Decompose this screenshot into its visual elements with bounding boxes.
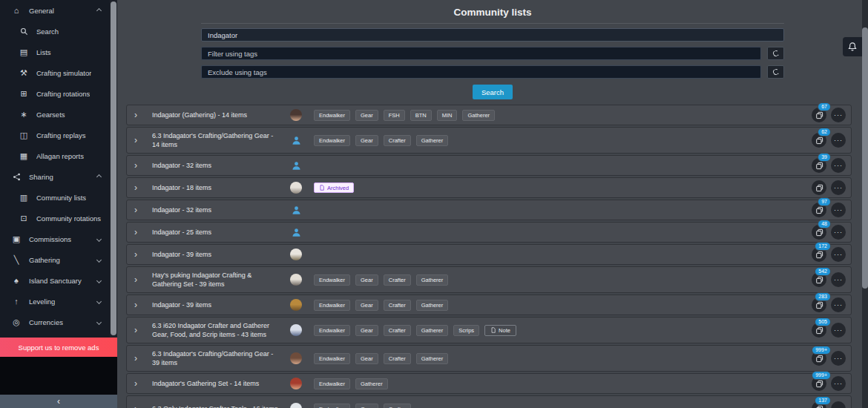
list-row[interactable]: › Indagator - 32 items 97 ··· <box>126 200 852 220</box>
sidebar-item-currencies[interactable]: ◎ Currencies <box>0 312 110 332</box>
import-list-button[interactable]: 97 <box>812 203 826 217</box>
exclude-tags-select[interactable] <box>201 65 761 79</box>
notifications-button[interactable] <box>843 37 862 56</box>
page-title: Community lists <box>201 6 784 19</box>
more-options-button[interactable]: ··· <box>831 180 846 195</box>
sidebar-item-leveling[interactable]: ↑ Leveling <box>0 291 110 312</box>
expand-chevron-icon[interactable]: › <box>134 378 146 389</box>
user-icon <box>292 228 301 237</box>
expand-chevron-icon[interactable]: › <box>134 227 146 237</box>
import-list-button[interactable]: 999+ <box>812 351 826 366</box>
row-actions: 97 ··· <box>812 203 846 217</box>
row-actions: 39 ··· <box>812 158 846 173</box>
import-count-badge: 62 <box>818 128 831 136</box>
more-options-button[interactable]: ··· <box>831 351 846 366</box>
list-title: Indagator - 32 items <box>152 161 280 170</box>
commissions-icon: ▣ <box>10 234 22 244</box>
more-options-button[interactable]: ··· <box>831 108 846 122</box>
tag: Gear <box>355 353 378 364</box>
tag: Crafter <box>384 274 411 286</box>
import-list-button[interactable]: 283 <box>812 297 826 312</box>
refresh-exclude-tags-button[interactable] <box>767 65 784 79</box>
import-list-button[interactable] <box>812 180 826 195</box>
list-row[interactable]: › Indagator - 39 items Endwalker Gear Cr… <box>126 295 852 315</box>
refresh-filter-tags-button[interactable] <box>767 47 784 60</box>
list-row[interactable]: › 6.3 Indagator's Crafting/Gathering Gea… <box>126 127 852 154</box>
sidebar-item-crafting-simulator[interactable]: ⚒ Crafting simulator <box>0 62 110 83</box>
list-row[interactable]: › Indagator (Gathering) - 14 items Endwa… <box>126 105 852 125</box>
expand-chevron-icon[interactable]: › <box>134 160 146 171</box>
import-list-button[interactable]: 137 <box>812 401 826 408</box>
expand-chevron-icon[interactable]: › <box>134 182 146 193</box>
more-options-button[interactable]: ··· <box>831 297 846 312</box>
list-row[interactable]: › Indagator's Gathering Set - 14 items E… <box>126 373 852 394</box>
list-row[interactable]: › Hay's puking Indagator Crafting & Gath… <box>126 266 852 293</box>
expand-chevron-icon[interactable]: › <box>134 249 146 260</box>
import-list-button[interactable]: 39 <box>812 158 826 173</box>
tag: Crafter <box>384 353 411 364</box>
more-options-button[interactable]: ··· <box>831 203 846 217</box>
more-options-button[interactable]: ··· <box>831 247 846 262</box>
import-count-badge: 172 <box>815 242 831 251</box>
list-row[interactable]: › Indagator - 25 items 48 ··· <box>126 222 852 243</box>
list-row[interactable]: › Indagator - 39 items 172 ··· <box>126 244 852 265</box>
import-list-button[interactable]: 172 <box>812 247 826 262</box>
import-list-button[interactable]: 505 <box>812 323 826 338</box>
more-options-button[interactable]: ··· <box>831 133 846 148</box>
expand-chevron-icon[interactable]: › <box>134 205 146 215</box>
sidebar-collapse-button[interactable]: ‹ <box>0 395 117 408</box>
main-scrollbar-thumb[interactable] <box>862 27 868 289</box>
more-options-button[interactable]: ··· <box>831 323 846 338</box>
sidebar-item-crafting-replays[interactable]: ◫ Crafting replays <box>0 125 110 145</box>
list-row[interactable]: › 6.3 Only Indagator Crafter Tools - 16 … <box>126 395 852 408</box>
filter-tags-select[interactable] <box>201 47 761 60</box>
import-list-button[interactable]: 542 <box>812 272 826 287</box>
community-lists-icon: ▥ <box>18 193 30 203</box>
list-name-input[interactable] <box>201 28 784 42</box>
expand-chevron-icon[interactable]: › <box>134 353 146 363</box>
search-button[interactable]: Search <box>473 85 513 99</box>
sidebar-section-general[interactable]: ⌂ General <box>0 0 110 21</box>
more-options-button[interactable]: ··· <box>831 225 846 240</box>
expand-chevron-icon[interactable]: › <box>134 135 146 145</box>
sidebar-item-gathering[interactable]: ╲ Gathering <box>0 249 110 270</box>
more-options-button[interactable]: ··· <box>831 401 846 408</box>
sidebar-scrollbar-thumb[interactable] <box>111 1 116 335</box>
sidebar-item-allagan-reports[interactable]: ▦ Allagan reports <box>0 145 110 166</box>
more-options-button[interactable]: ··· <box>831 158 846 173</box>
main-scrollbar[interactable] <box>862 0 868 408</box>
expand-chevron-icon[interactable]: › <box>134 300 146 310</box>
more-options-button[interactable]: ··· <box>831 376 846 391</box>
sidebar-item-community-lists[interactable]: ▥ Community lists <box>0 187 110 208</box>
expand-chevron-icon[interactable]: › <box>134 404 146 408</box>
note-button[interactable]: Note <box>484 325 516 336</box>
sidebar-section-sharing[interactable]: Sharing <box>0 166 110 187</box>
avatar <box>290 352 302 364</box>
expand-chevron-icon[interactable]: › <box>134 110 146 120</box>
expand-chevron-icon[interactable]: › <box>134 325 146 335</box>
sidebar-item-lists[interactable]: ▤ Lists <box>0 42 110 62</box>
sidebar-item-commissions[interactable]: ▣ Commissions <box>0 228 110 249</box>
tag-list: Endwalker Gear Crafter Gatherer <box>314 353 448 364</box>
list-row[interactable]: › Indagator - 18 items Archived ··· <box>126 177 852 198</box>
import-list-button[interactable]: 62 <box>812 133 826 148</box>
chevron-down-icon <box>96 319 102 324</box>
import-list-button[interactable]: 67 <box>812 108 826 122</box>
sidebar-item-community-rotations[interactable]: ⊡ Community rotations <box>0 208 110 228</box>
list-row[interactable]: › 6.3 Indagator's Crafting/Gathering Gea… <box>126 345 852 372</box>
replays-icon: ◫ <box>18 131 30 140</box>
sidebar-item-search[interactable]: Search <box>0 21 110 42</box>
list-row[interactable]: › 6.3 i620 Indagator Crafter and Gathere… <box>126 317 852 343</box>
more-options-button[interactable]: ··· <box>831 272 846 287</box>
avatar <box>290 403 302 408</box>
sidebar-item-crafting-rotations[interactable]: ⊞ Crafting rotations <box>0 83 110 104</box>
sidebar-item-island-sanctuary[interactable]: ♠ Island Sanctuary <box>0 270 110 291</box>
list-row[interactable]: › Indagator - 32 items 39 ··· <box>126 155 852 176</box>
copy-icon <box>815 355 823 363</box>
import-list-button[interactable]: 48 <box>812 225 826 240</box>
sidebar-item-gearsets[interactable]: ∗ Gearsets <box>0 104 110 125</box>
ellipsis-icon: ··· <box>834 251 843 258</box>
import-list-button[interactable]: 999+ <box>812 376 826 391</box>
support-us-banner[interactable]: Support us to remove ads <box>0 338 117 357</box>
expand-chevron-icon[interactable]: › <box>134 274 146 285</box>
